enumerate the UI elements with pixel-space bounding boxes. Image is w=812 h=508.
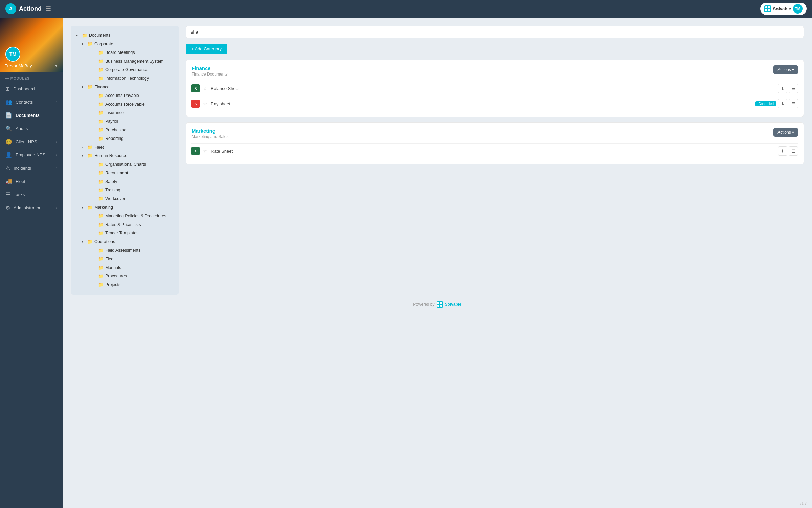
solvable-badge: Solvable TM <box>760 3 807 15</box>
tree-item-reporting[interactable]: 📁 Reporting <box>92 134 174 143</box>
tree-item-marketing-policies[interactable]: 📁 Marketing Policies & Procedures <box>92 212 174 220</box>
folder-icon: 📁 <box>98 109 104 117</box>
tree-item-ops-fleet[interactable]: 📁 Fleet <box>92 255 174 263</box>
folder-icon: 📁 <box>98 118 104 125</box>
tree-item-purchasing[interactable]: 📁 Purchasing <box>92 126 174 134</box>
sidebar-item-contacts[interactable]: 👥 Contacts › <box>0 96 63 109</box>
hamburger-icon[interactable]: ☰ <box>46 5 51 13</box>
powered-by-text: Powered by <box>413 302 434 307</box>
folder-icon: 📁 <box>98 57 104 65</box>
user-name[interactable]: Trevor McBay ▼ <box>5 63 58 68</box>
footer-solvable-label: Solvable <box>445 302 461 307</box>
sidebar-item-dashboard[interactable]: ⊞ Dashboard <box>0 82 63 96</box>
tree-item-corporate[interactable]: ▾ 📁 Corporate <box>82 40 174 48</box>
folder-icon: 📁 <box>98 195 104 203</box>
sidebar-item-tasks[interactable]: ☰ Tasks › <box>0 188 63 201</box>
logo[interactable]: A Actiond <box>5 3 42 14</box>
tree-item-marketing[interactable]: ▾ 📁 Marketing <box>82 203 174 212</box>
content-wrapper: ▾ 📁 Documents ▾ 📁 Corporate <box>71 26 804 295</box>
chevron-right-icon: › <box>56 206 57 210</box>
sidebar-item-administration[interactable]: ⚙ Administration › <box>0 201 63 214</box>
version-text: v1.7 <box>799 501 807 505</box>
incidents-icon: ⚠ <box>5 165 10 171</box>
sidebar-item-fleet[interactable]: 🚚 Fleet › <box>0 175 63 188</box>
sidebar-item-label: Incidents <box>14 166 31 171</box>
sidebar-item-label: Fleet <box>16 179 25 184</box>
logo-icon: A <box>5 3 16 14</box>
tree-item-finance[interactable]: ▾ 📁 Finance <box>82 83 174 91</box>
download-button[interactable]: ⬇ <box>778 84 787 93</box>
chevron-right-icon: › <box>56 100 57 104</box>
tree-item-workcover[interactable]: 📁 Workcover <box>92 194 174 203</box>
excel-icon: X <box>191 147 200 155</box>
excel-icon: X <box>191 84 200 92</box>
tree-item-projects[interactable]: 📁 Projects <box>92 280 174 289</box>
user-avatar-top: TM <box>793 4 803 14</box>
sidebar-item-documents[interactable]: 📄 Documents <box>0 109 63 122</box>
sidebar-item-audits[interactable]: 🔍 Audits › <box>0 122 63 135</box>
logo-text: Actiond <box>19 5 42 13</box>
document-actions: Controlled ⬇ ☰ <box>755 99 798 108</box>
folder-icon: 📁 <box>98 247 104 254</box>
tree-item-safety[interactable]: 📁 Safety <box>92 177 174 186</box>
menu-button[interactable]: ☰ <box>789 84 798 93</box>
finance-actions-button[interactable]: Actions ▾ <box>773 65 798 74</box>
marketing-actions-button[interactable]: Actions ▾ <box>773 128 798 137</box>
menu-button[interactable]: ☰ <box>789 146 798 156</box>
footer: Powered by Solvable <box>71 295 804 314</box>
folder-icon: 📁 <box>98 126 104 134</box>
chevron-right-icon: › <box>56 179 57 183</box>
document-tree: ▾ 📁 Documents ▾ 📁 Corporate <box>76 31 174 289</box>
chevron-right-icon: › <box>56 166 57 170</box>
sidebar-item-employee-nps[interactable]: 👤 Employee NPS › <box>0 148 63 162</box>
search-bar: she <box>186 26 804 38</box>
folder-icon: 📁 <box>98 161 104 168</box>
star-icon[interactable]: ☆ <box>203 101 207 106</box>
tree-item-corporate-gov[interactable]: 📁 Corporate Governance <box>92 66 174 74</box>
tree-item-bms[interactable]: 📁 Business Management System <box>92 57 174 65</box>
documents-icon: 📄 <box>5 112 12 119</box>
tree-item-payroll[interactable]: 📁 Payroll <box>92 117 174 126</box>
folder-icon: 📁 <box>98 221 104 229</box>
tree-item-tender-templates[interactable]: 📁 Tender Templates <box>92 229 174 237</box>
folder-icon: 📁 <box>98 186 104 194</box>
menu-button[interactable]: ☰ <box>789 99 798 108</box>
folder-icon: 📁 <box>87 143 93 151</box>
tree-item-it[interactable]: 📁 Information Technology <box>92 74 174 83</box>
download-button[interactable]: ⬇ <box>778 99 787 108</box>
star-icon[interactable]: ☆ <box>203 86 207 91</box>
search-value: she <box>191 29 198 35</box>
sidebar: TM Trevor McBay ▼ — MODULES ⊞ Dashboard … <box>0 18 63 508</box>
folder-icon: 📁 <box>98 75 104 82</box>
tree-item-board-meetings[interactable]: 📁 Board Meetings <box>92 48 174 57</box>
folder-icon: 📁 <box>98 135 104 143</box>
tree-item-rates-price[interactable]: 📁 Rates & Price Lists <box>92 220 174 229</box>
tree-item-documents[interactable]: ▾ 📁 Documents <box>76 31 174 40</box>
tree-item-human-resource[interactable]: ▾ 📁 Human Resource <box>82 151 174 160</box>
folder-icon: 📁 <box>98 255 104 263</box>
add-category-button[interactable]: + Add Category <box>186 44 227 54</box>
sidebar-item-incidents[interactable]: ⚠ Incidents › <box>0 162 63 175</box>
topnav: A Actiond ☰ Solvable TM <box>0 0 812 18</box>
tree-item-field-assessments[interactable]: 📁 Field Assessments <box>92 246 174 255</box>
avatar: TM <box>5 47 20 62</box>
star-icon[interactable]: ☆ <box>203 148 207 154</box>
sidebar-item-label: Dashboard <box>13 86 35 91</box>
tree-item-accounts-payable[interactable]: 📁 Accounts Payable <box>92 91 174 100</box>
tree-item-accounts-receivable[interactable]: 📁 Accounts Receivable <box>92 100 174 108</box>
tree-item-recruitment[interactable]: 📁 Recruitment <box>92 169 174 177</box>
tree-item-fleet[interactable]: › 📁 Fleet <box>82 143 174 151</box>
tree-item-procedures[interactable]: 📁 Procedures <box>92 272 174 280</box>
tree-item-manuals[interactable]: 📁 Manuals <box>92 263 174 272</box>
tree-item-training[interactable]: 📁 Training <box>92 186 174 194</box>
tree-item-insurance[interactable]: 📁 Insurance <box>92 109 174 117</box>
app-layout: TM Trevor McBay ▼ — MODULES ⊞ Dashboard … <box>0 18 812 508</box>
tree-item-org-charts[interactable]: 📁 Organisational Charts <box>92 160 174 169</box>
tree-item-operations[interactable]: ▾ 📁 Operations <box>82 237 174 246</box>
chevron-right-icon: › <box>56 193 57 196</box>
download-button[interactable]: ⬇ <box>778 146 787 156</box>
sidebar-item-client-nps[interactable]: 😊 Client NPS › <box>0 135 63 148</box>
sidebar-item-label: Audits <box>16 126 28 131</box>
chevron-right-icon: › <box>56 140 57 144</box>
topnav-left: A Actiond ☰ <box>5 3 51 14</box>
